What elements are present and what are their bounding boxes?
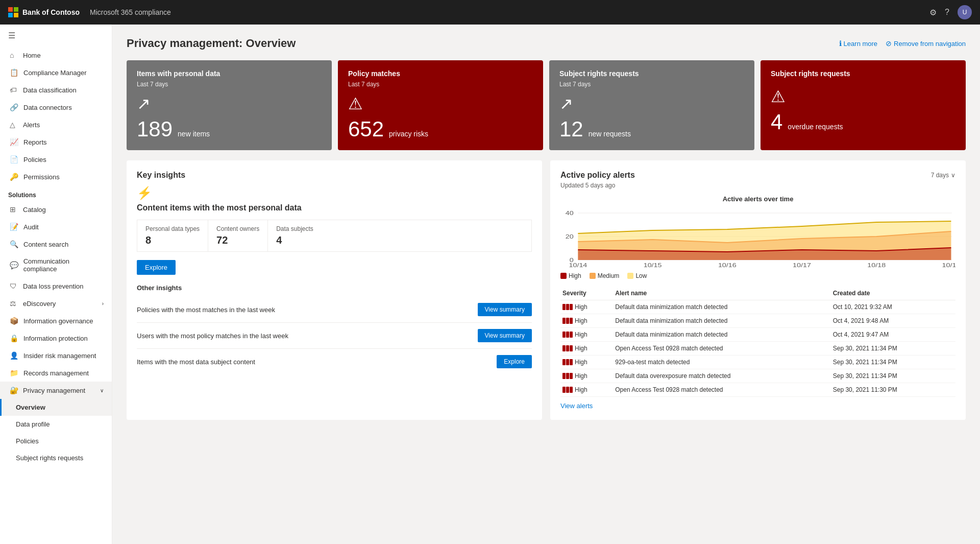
permissions-icon: 🔑 xyxy=(10,173,18,181)
chevron-down-icon: ∨ xyxy=(100,388,104,393)
chat-icon: 💬 xyxy=(10,261,18,269)
stat-card-label: overdue requests xyxy=(788,123,843,131)
severity-bars xyxy=(562,304,573,310)
sidebar-item-records[interactable]: 📁 Records management xyxy=(0,364,112,382)
stat-card-subject-rights-new[interactable]: Subject rights requests Last 7 days ↗ 12… xyxy=(549,60,754,150)
stat-card-label: new requests xyxy=(589,130,631,138)
sev-bar-2 xyxy=(566,345,569,351)
sidebar-item-catalog[interactable]: ⊞ Catalog xyxy=(0,201,112,218)
severity-bars xyxy=(562,387,573,393)
svg-text:10/17: 10/17 xyxy=(793,263,811,268)
sidebar-item-policies[interactable]: 📄 Policies xyxy=(0,151,112,168)
sev-bar-1 xyxy=(562,345,566,351)
sev-bar-2 xyxy=(566,318,569,324)
stat-card-subject-rights-overdue[interactable]: Subject rights requests ⚠ 4 overdue requ… xyxy=(761,60,966,150)
sidebar-item-compliance-manager[interactable]: 📋 Compliance Manager xyxy=(0,64,112,81)
stat-card-policy-matches[interactable]: Policy matches Last 7 days ⚠ 652 privacy… xyxy=(338,60,543,150)
catalog-icon: ⊞ xyxy=(10,205,18,214)
sidebar-item-label: Compliance Manager xyxy=(23,69,87,77)
svg-text:20: 20 xyxy=(566,234,574,240)
severity-label: High xyxy=(575,359,587,366)
table-row[interactable]: High Open Access Test 0928 match detecte… xyxy=(560,383,955,397)
legend-medium-dot xyxy=(590,273,596,279)
view-summary-button-0[interactable]: View summary xyxy=(478,303,532,316)
stat-personal-data-types: Personal data types 8 xyxy=(137,220,208,251)
explore-button[interactable]: Explore xyxy=(137,260,176,275)
explore-button-2[interactable]: Explore xyxy=(497,355,532,368)
ms-logo-icon xyxy=(8,7,18,17)
col-alert-name: Alert name xyxy=(613,287,830,300)
key-insights-panel: Key insights ⚡ Content items with the mo… xyxy=(127,160,542,420)
sidebar-item-label: Information protection xyxy=(23,335,88,342)
avatar[interactable]: U xyxy=(958,5,972,19)
sidebar-item-home[interactable]: ⌂ Home xyxy=(0,46,112,64)
sev-bar-1 xyxy=(562,318,566,324)
sidebar: ☰ ⌂ Home 📋 Compliance Manager 🏷 Data cla… xyxy=(0,25,112,544)
sidebar-item-alerts[interactable]: △ Alerts xyxy=(0,116,112,133)
stat-card-title: Subject rights requests xyxy=(771,69,955,78)
sidebar-item-label: Data classification xyxy=(23,86,77,94)
table-row[interactable]: High Default data overexposure match det… xyxy=(560,369,955,383)
stat-label: Personal data types xyxy=(145,225,200,232)
sidebar-item-audit[interactable]: 📝 Audit xyxy=(0,218,112,235)
sidebar-item-data-connectors[interactable]: 🔗 Data connectors xyxy=(0,99,112,116)
table-row[interactable]: High Default data minimization match det… xyxy=(560,300,955,314)
help-icon[interactable]: ? xyxy=(945,8,949,17)
sev-bar-1 xyxy=(562,373,566,379)
sidebar-item-privacy-management[interactable]: 🔐 Privacy management ∨ xyxy=(0,382,112,399)
sidebar-item-subject-rights[interactable]: Subject rights requests xyxy=(0,450,112,466)
sidebar-item-data-profile[interactable]: Data profile xyxy=(0,416,112,433)
warning-icon: ⚠ xyxy=(348,94,533,113)
stat-card-number: 189 xyxy=(137,119,173,140)
table-row[interactable]: High Default data minimization match det… xyxy=(560,314,955,328)
stat-card-number: 12 xyxy=(559,119,583,140)
sidebar-item-reports[interactable]: 📈 Reports xyxy=(0,133,112,151)
insight-row-1: Users with the most policy matches in th… xyxy=(137,323,532,349)
sev-bar-3 xyxy=(570,318,573,324)
alerts-table: Severity Alert name Created date High D xyxy=(560,287,955,397)
chevron-down-icon: ∨ xyxy=(951,172,955,179)
sidebar-item-communication-compliance[interactable]: 💬 Communication compliance xyxy=(0,253,112,277)
sidebar-item-content-search[interactable]: 🔍 Content search xyxy=(0,235,112,253)
remove-from-nav-link[interactable]: ⊘ Remove from navigation xyxy=(886,39,966,48)
svg-rect-0 xyxy=(8,7,13,12)
stat-card-subtitle: Last 7 days xyxy=(348,81,533,88)
view-alerts-link[interactable]: View alerts xyxy=(560,402,593,410)
sidebar-item-overview[interactable]: Overview xyxy=(0,399,112,416)
sidebar-item-insider-risk[interactable]: 👤 Insider risk management xyxy=(0,347,112,364)
sidebar-item-info-protection[interactable]: 🔒 Information protection xyxy=(0,329,112,347)
settings-icon[interactable]: ⚙ xyxy=(929,8,937,17)
stat-card-title: Policy matches xyxy=(348,69,533,78)
sidebar-item-data-classification[interactable]: 🏷 Data classification xyxy=(0,81,112,99)
timerange-selector[interactable]: 7 days ∨ xyxy=(931,172,955,179)
chart-legend: High Medium Low xyxy=(560,272,955,279)
sev-bar-3 xyxy=(570,304,573,310)
svg-text:40: 40 xyxy=(566,210,574,216)
stat-card-items-personal-data[interactable]: Items with personal data Last 7 days ↗ 1… xyxy=(127,60,332,150)
topbar: Bank of Contoso Microsoft 365 compliance… xyxy=(0,0,980,25)
table-row[interactable]: High Default data minimization match det… xyxy=(560,328,955,342)
sidebar-item-policies-sub[interactable]: Policies xyxy=(0,433,112,450)
hamburger-button[interactable]: ☰ xyxy=(0,25,112,46)
severity-bars xyxy=(562,332,573,338)
learn-more-link[interactable]: ℹ Learn more xyxy=(839,39,877,48)
table-row[interactable]: High 929-oa-test match detected Sep 30, … xyxy=(560,356,955,369)
sidebar-item-label: Home xyxy=(23,52,41,59)
svg-text:10/14: 10/14 xyxy=(569,263,587,268)
sidebar-item-info-governance[interactable]: 📦 Information governance xyxy=(0,312,112,329)
table-row[interactable]: High Open Access Test 0928 match detecte… xyxy=(560,342,955,356)
alerts-title: Active policy alerts xyxy=(560,171,635,180)
view-summary-button-1[interactable]: View summary xyxy=(478,329,532,342)
sidebar-item-dlp[interactable]: 🛡 Data loss prevention xyxy=(0,277,112,295)
warning-icon: ⚠ xyxy=(771,87,955,106)
sidebar-item-label: Insider risk management xyxy=(23,352,96,360)
chevron-right-icon: › xyxy=(102,301,104,306)
svg-rect-1 xyxy=(14,7,18,12)
severity-bars xyxy=(562,359,573,365)
info-icon: ℹ xyxy=(839,39,842,48)
sidebar-item-permissions[interactable]: 🔑 Permissions xyxy=(0,168,112,185)
sev-bar-2 xyxy=(566,359,569,365)
sidebar-item-label: Records management xyxy=(23,369,89,377)
sidebar-item-ediscovery[interactable]: ⚖ eDiscovery › xyxy=(0,295,112,312)
insight-text: Items with the most data subject content xyxy=(137,358,255,366)
